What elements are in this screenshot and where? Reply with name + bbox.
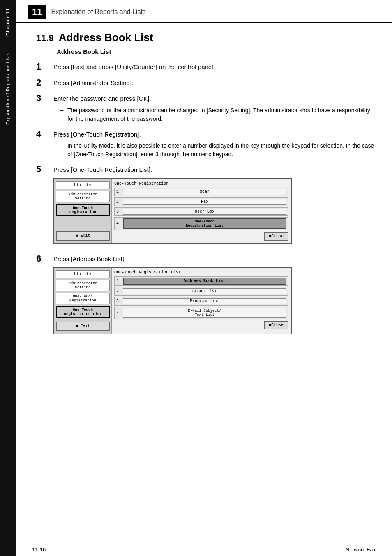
ui1-close-row: ■Close — [114, 232, 288, 241]
ui1-utility-btn[interactable]: Utility — [56, 181, 110, 189]
step-3: 3 Enter the password and press [OK]. – T… — [36, 93, 376, 123]
ui-screen-2: Utility AdministratorSetting One-TouchRe… — [53, 267, 292, 334]
ui2-menu-1[interactable]: 1 Address Book List — [114, 276, 288, 286]
step-3-text: Enter the password and press [OK]. — [53, 95, 151, 102]
step-5-content: Press [One-Touch Registration List]. Uti… — [53, 164, 376, 248]
step-3-bullet: – The password for the administrator can… — [60, 106, 376, 123]
step-4-bullet-text: In the Utility Mode, it is also possible… — [67, 141, 376, 159]
header-title: Explanation of Reports and Lists — [51, 8, 145, 16]
step-4-number: 4 — [36, 129, 51, 139]
step-2-text: Press [Administrator Setting]. — [53, 79, 133, 86]
step-2-content: Press [Administrator Setting]. — [53, 78, 376, 88]
ui2-right-title: One-Touch Registration List — [114, 270, 288, 275]
ui1-menu-2[interactable]: 2 Fax — [114, 197, 288, 206]
ui1-menu-3[interactable]: 3 User Box — [114, 207, 288, 216]
step-2-number: 2 — [36, 78, 51, 88]
page-footer: 11-16 Network Fax — [16, 543, 392, 556]
ui2-menu-4[interactable]: 4 E-Mail Subject/Text List — [114, 307, 288, 319]
ui1-close-btn[interactable]: ■Close — [264, 232, 288, 241]
step-3-number: 3 — [36, 93, 51, 103]
ui1-left-panel: Utility AdministratorSetting One-TouchRe… — [54, 179, 112, 243]
dash-icon-2: – — [60, 141, 67, 159]
step-5: 5 Press [One-Touch Registration List]. U… — [36, 164, 376, 248]
step-5-text: Press [One-Touch Registration List]. — [53, 166, 152, 173]
main-content: 11.9 Address Book List Address Book List… — [16, 23, 392, 352]
step-2: 2 Press [Administrator Setting]. — [36, 78, 376, 88]
ui2-utility-btn[interactable]: Utility — [56, 270, 110, 278]
footer-page-num: 11-16 — [32, 547, 46, 553]
step-1-text: Press [Fax] and press [Utility/Counter] … — [53, 63, 215, 70]
step-6-content: Press [Address Book List]. Utility Admin… — [53, 254, 376, 339]
step-3-bullet-text: The password for the administrator can b… — [67, 106, 376, 123]
ui2-exit-btn[interactable]: ■ Exit — [56, 322, 110, 331]
chapter-label: Chapter 11 — [5, 8, 10, 36]
ui1-menu-1[interactable]: 1 Scan — [114, 188, 288, 196]
footer-product-name: Network Fax — [346, 547, 376, 553]
ui2-menu-2[interactable]: 2 Group List — [114, 287, 288, 296]
step-1: 1 Press [Fax] and press [Utility/Counter… — [36, 62, 376, 72]
ui1-exit-btn[interactable]: ■ Exit — [56, 231, 110, 241]
ui2-admin-btn[interactable]: AdministratorSetting — [56, 280, 110, 291]
ui2-close-row: ■Close — [114, 321, 288, 329]
step-4: 4 Press [One-Touch Registration]. – In t… — [36, 129, 376, 159]
ui2-left-panel: Utility AdministratorSetting One-TouchRe… — [54, 268, 112, 334]
step-6-number: 6 — [36, 254, 51, 264]
ui2-menu-3[interactable]: 3 Program List — [114, 297, 288, 306]
page-header: 11 Explanation of Reports and Lists — [16, 0, 392, 23]
section-number: 11.9 — [36, 33, 54, 44]
subsection-title: Address Book List — [57, 48, 111, 55]
chapter-number: 11 — [28, 5, 46, 19]
step-1-content: Press [Fax] and press [Utility/Counter] … — [53, 62, 376, 72]
step-5-number: 5 — [36, 164, 51, 174]
section-title: Address Book List — [59, 31, 153, 44]
ui2-onetouchlist-btn[interactable]: One-TouchRegistration List — [56, 306, 110, 318]
step-6-text: Press [Address Book List]. — [53, 255, 126, 262]
dash-icon: – — [60, 106, 67, 123]
step-6: 6 Press [Address Book List]. Utility Adm… — [36, 254, 376, 339]
step-4-content: Press [One-Touch Registration]. – In the… — [53, 129, 376, 159]
ui-screen-1: Utility AdministratorSetting One-TouchRe… — [53, 178, 292, 244]
ui2-close-btn[interactable]: ■Close — [264, 321, 288, 329]
ui1-menu-4[interactable]: 4 One-TouchRegistration List — [114, 217, 288, 230]
step-4-text: Press [One-Touch Registration]. — [53, 131, 141, 138]
ui1-onetouch-btn[interactable]: One-TouchRegistration — [56, 204, 110, 216]
ui1-right-panel: One-Touch Registration 1 Scan 2 Fax 3 Us… — [112, 179, 291, 243]
section-label: Explanation of Reports and Lists — [6, 52, 10, 125]
ui1-admin-btn[interactable]: AdministratorSetting — [56, 191, 110, 202]
side-bar: Chapter 11 Explanation of Reports and Li… — [0, 0, 16, 556]
ui2-right-panel: One-Touch Registration List 1 Address Bo… — [112, 268, 291, 334]
ui1-right-title: One-Touch Registration — [114, 181, 288, 186]
step-3-content: Enter the password and press [OK]. – The… — [53, 93, 376, 123]
ui2-onetouch-btn[interactable]: One-TouchRegistration — [56, 293, 110, 304]
step-4-bullet: – In the Utility Mode, it is also possib… — [60, 141, 376, 159]
step-1-number: 1 — [36, 62, 51, 72]
